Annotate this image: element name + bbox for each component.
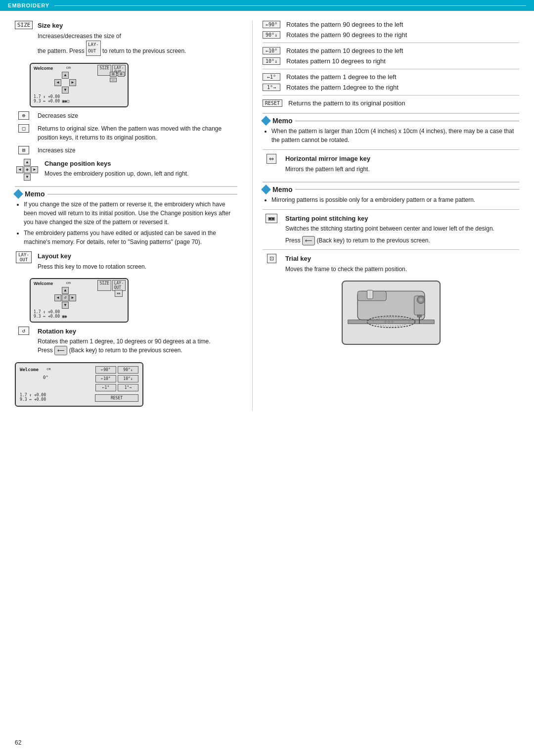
starting-point-icon-cell: ▣▣ — [263, 214, 280, 223]
pos-right: ► — [31, 166, 38, 173]
screen-arrows-2: ▲ ◄ ↺ ► ▼ — [54, 287, 76, 309]
starting-point-body: Switches the stitching starting point be… — [285, 224, 519, 233]
rot-label-90-left: Rotates the pattern 90 degrees to the le… — [286, 21, 403, 28]
screen-arrows-1: ▲ ◄ ► ▼ — [54, 72, 76, 94]
increase-icon: ⊞ — [18, 146, 29, 154]
rot-icon-10-right: 10°↓ — [263, 57, 280, 65]
change-position-text: Change position keys Moves the embroider… — [44, 159, 237, 182]
arrow-left-1: ◄ — [54, 79, 61, 86]
decrease-size-row: ⊕ Decreases size — [15, 111, 237, 120]
change-position-body: Moves the embroidery position up, down, … — [44, 169, 237, 178]
size-key-text: Size key Increases/decreases the size of… — [38, 21, 237, 59]
screen-inner-2: Welcome cm SIZE LAY-OUT ▲ ◄ ↺ ► ▼ — [31, 279, 128, 322]
memo-3-diamond-icon — [261, 185, 271, 194]
screen-right-icons-1: ⊞ ⊕ ↔ — [110, 72, 125, 82]
starting-point-section: ▣▣ Starting point stitching key Switches… — [263, 214, 519, 246]
pos-left: ◄ — [16, 166, 23, 173]
reset-btn: RESET — [95, 394, 138, 402]
memo-1-item-2: The embroidery patterns you have edited … — [24, 229, 237, 246]
rot-screen-bottom: 1.7 ↕ +0.00 9.3 ↔ +0.00 — [20, 393, 46, 402]
horizontal-mirror-icon-cell: ⇔ — [263, 154, 280, 164]
screen-welcome-1: Welcome — [34, 66, 53, 71]
arrow-right-2: ► — [69, 294, 76, 301]
divider-3 — [263, 95, 519, 95]
left-column: SIZE Size key Increases/decreases the si… — [15, 21, 252, 411]
rotation-row-6: RESET Returns the pattern to its origina… — [263, 99, 519, 107]
original-size-icon-cell: □ — [15, 124, 33, 133]
trial-key-icon-cell: ⊡ — [263, 254, 280, 263]
rotation-key-icon: ↺ — [18, 327, 29, 335]
rot-screen-welcome: Welcome — [20, 367, 39, 372]
rot-label-90-right: Rotates the pattern 90 degrees to the ri… — [286, 31, 407, 39]
arrow-down-2: ▼ — [62, 302, 69, 309]
horizontal-mirror-text: Horizontal mirror image key Mirrors the … — [285, 154, 519, 177]
divider-6 — [263, 249, 519, 250]
rotation-screen-inner: Welcome cm 0° 1.7 ↕ +0.00 9.3 ↔ +0.00 ←9… — [16, 363, 142, 369]
rotation-key-icon-cell: ↺ — [15, 327, 33, 335]
pos-down: ▼ — [24, 174, 31, 181]
memo-2-body: When the pattern is larger than 10cm (4 … — [263, 127, 519, 144]
sewing-machine-svg: ⊹⊹⊹ — [343, 282, 440, 344]
rot-btn-10-left: ←10° — [95, 375, 116, 382]
horizontal-mirror-icon: ⇔ — [267, 154, 276, 164]
layout-key-section: LAY-OUT Layout key Press this key to mov… — [15, 251, 237, 274]
layout-out-inline-icon: LAY-OUT — [86, 41, 101, 56]
arrow-left-2: ◄ — [54, 294, 61, 301]
rot-icon-90-right: 90°↓ — [263, 31, 280, 39]
starting-point-icon: ▣▣ — [266, 214, 277, 223]
divider-1 — [263, 43, 519, 43]
divider-2 — [263, 69, 519, 69]
move-icon-1: ⊕ — [118, 72, 125, 77]
memo-2: Memo When the pattern is larger than 10c… — [263, 113, 519, 144]
starting-point-text: Starting point stitching key Switches th… — [285, 214, 519, 246]
rot-label-10-left: Rotates the pattern 10 degrees to the le… — [286, 47, 403, 54]
back-key-icon-1: ⟵ — [54, 346, 67, 355]
rot-buttons: ←90° 90°↓ ←10° 10°↓ ←1° 1°→ — [95, 366, 138, 391]
svg-rect-12 — [417, 315, 421, 317]
decrease-icon: ⊕ — [18, 111, 29, 120]
original-size-row: □ Returns to original size. When the pat… — [15, 124, 237, 142]
increase-size-label: Increases size — [38, 146, 237, 155]
pos-center: ◈ — [24, 166, 31, 173]
rotation-key-text: Rotation key Rotates the pattern 1 degre… — [38, 327, 237, 359]
size-key-title: Size key — [38, 21, 237, 31]
rot-screen-cm: cm — [46, 367, 50, 371]
memo-2-title: Memo — [263, 117, 519, 125]
move2-icon-1: ↔ — [110, 78, 117, 82]
screen-display-1: Welcome cm SIZE LAY-OUT ▲ ◄ ► ▼ — [30, 63, 129, 107]
screen-cm-2: cm — [66, 281, 71, 284]
size-key-icon: SIZE — [15, 21, 33, 29]
rot-label-1-left: Rotates the pattern 1 degree to the left — [286, 73, 397, 81]
rot-icon-1-left: ←1° — [263, 73, 280, 81]
rot-btn-90-left: ←90° — [95, 366, 116, 374]
arrow-up-2: ▲ — [62, 287, 69, 294]
memo-3-line — [295, 189, 519, 189]
rot-label-reset: Returns the pattern to its original posi… — [288, 99, 405, 107]
rot-screen-degree: 0° — [43, 375, 48, 380]
divider-5 — [263, 209, 519, 210]
size-btn-2: SIZE — [97, 280, 111, 291]
increase-size-icon-cell: ⊞ — [15, 146, 33, 154]
rot-btn-10-right: 10°↓ — [118, 375, 138, 382]
size-btn-1: SIZE — [97, 65, 111, 76]
screen-inner-1: Welcome cm SIZE LAY-OUT ▲ ◄ ► ▼ — [31, 64, 128, 106]
rot-icon-reset: RESET — [263, 99, 282, 107]
top-bar: EMBROIDERY — [0, 0, 534, 11]
change-position-title: Change position keys — [44, 159, 237, 169]
memo-2-list: When the pattern is larger than 10cm (4 … — [263, 127, 519, 144]
rotation-key-body: Rotates the pattern 1 degree, 10 degrees… — [38, 337, 237, 355]
size-key-body: Increases/decreases the size of the patt… — [38, 32, 237, 56]
grid-icon-1: ⊞ — [110, 72, 117, 77]
pos-up: ▲ — [24, 159, 31, 166]
top-bar-line — [54, 5, 526, 6]
svg-text:⊹⊹⊹: ⊹⊹⊹ — [384, 320, 394, 324]
size-key-section: SIZE Size key Increases/decreases the si… — [15, 21, 237, 59]
memo-1-line — [47, 194, 237, 194]
screen-cm-1: cm — [66, 66, 71, 69]
change-position-icon-cell: ▲ ◄ ◈ ► ▼ — [15, 159, 40, 181]
right-column: ←90° Rotates the pattern 90 degrees to t… — [252, 21, 519, 411]
arrow-down-1: ▼ — [62, 87, 69, 94]
mirror-icon: ⇔ — [115, 290, 123, 297]
rotation-buttons-list: ←90° Rotates the pattern 90 degrees to t… — [263, 21, 519, 107]
memo-1-body: If you change the size of the pattern or… — [15, 200, 237, 246]
